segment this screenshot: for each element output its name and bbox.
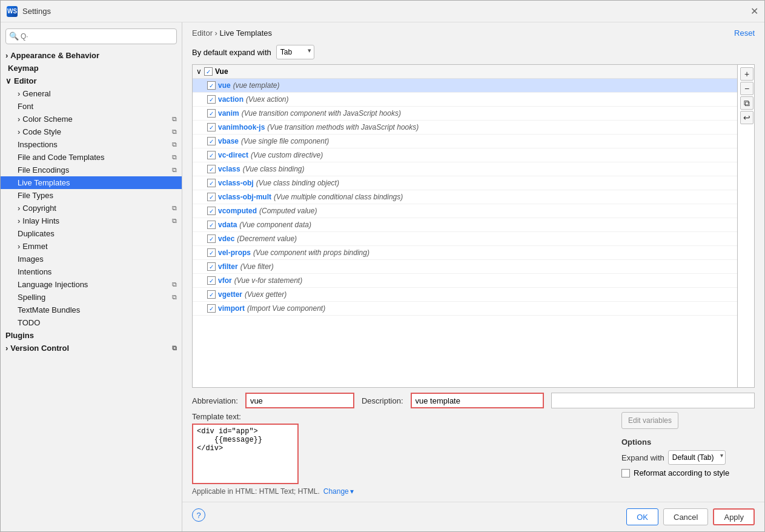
item-checkbox[interactable] — [207, 81, 216, 90]
sidebar-item-file-types[interactable]: File Types — [1, 189, 182, 202]
template-item[interactable]: vel-props (Vue component with props bind… — [193, 246, 737, 260]
apply-button[interactable]: Apply — [713, 508, 755, 525]
copy-icon: ⧉ — [172, 281, 177, 288]
search-input[interactable] — [5, 28, 177, 44]
description-extra-input[interactable] — [551, 393, 755, 408]
sidebar-item-textmate[interactable]: TextMate Bundles — [1, 304, 182, 316]
close-button[interactable]: ✕ — [750, 7, 758, 16]
sidebar-item-label: Code Style — [22, 127, 61, 136]
copy-template-button[interactable]: ⧉ — [740, 96, 753, 110]
applicable-text: Applicable in HTML: HTML Text; HTML. — [192, 487, 320, 496]
sidebar-item-spelling[interactable]: Spelling ⧉ — [1, 291, 182, 304]
template-item[interactable]: vimport (Import Vue component) — [193, 302, 737, 316]
sidebar-item-inspections[interactable]: Inspections ⧉ — [1, 138, 182, 151]
item-checkbox[interactable] — [207, 262, 216, 271]
copy-icon: ⧉ — [172, 166, 177, 174]
sidebar-item-intentions[interactable]: Intentions — [1, 265, 182, 278]
item-checkbox[interactable] — [207, 109, 216, 118]
expand-label: By default expand with — [192, 48, 271, 57]
template-item[interactable]: vgetter (Vuex getter) — [193, 288, 737, 302]
item-checkbox[interactable] — [207, 290, 216, 299]
template-item[interactable]: vaction (Vuex action) — [193, 93, 737, 107]
sidebar-item-todo[interactable]: TODO — [1, 316, 182, 329]
sidebar-item-keymap[interactable]: Keymap — [1, 62, 182, 75]
item-checkbox[interactable] — [207, 207, 216, 215]
item-checkbox[interactable] — [207, 304, 216, 313]
abbreviation-input[interactable] — [245, 393, 354, 408]
dialog-title: Settings — [22, 7, 51, 16]
template-item[interactable]: vfor (Vue v-for statement) — [193, 274, 737, 288]
breadcrumb-current: Live Templates — [220, 28, 272, 38]
options-title: Options — [621, 437, 755, 447]
template-item[interactable]: vdata (Vue component data) — [193, 218, 737, 232]
reformat-label: Reformat according to style — [634, 468, 729, 477]
sidebar-item-label: TODO — [18, 318, 40, 327]
template-item[interactable]: vdec (Decrement value) — [193, 232, 737, 246]
template-item[interactable]: vclass (Vue class binding) — [193, 162, 737, 176]
item-checkbox[interactable] — [207, 276, 216, 285]
template-item[interactable]: vanimhook-js (Vue transition methods wit… — [193, 121, 737, 135]
group-name: Vue — [215, 67, 228, 76]
group-checkbox[interactable] — [204, 67, 213, 76]
cancel-button[interactable]: Cancel — [663, 508, 708, 525]
sidebar-item-appearance[interactable]: › Appearance & Behavior — [1, 49, 182, 62]
sidebar-item-live-templates[interactable]: Live Templates — [1, 176, 182, 189]
sidebar-item-font[interactable]: Font — [1, 100, 182, 113]
template-item[interactable]: vclass-obj-mult (Vue multiple conditiona… — [193, 190, 737, 204]
sidebar-item-general[interactable]: › General — [1, 87, 182, 100]
item-checkbox[interactable] — [207, 123, 216, 131]
sidebar-item-label: File and Code Templates — [18, 153, 105, 162]
item-checkbox[interactable] — [207, 221, 216, 229]
sidebar-item-color-scheme[interactable]: › Color Scheme ⧉ — [1, 113, 182, 125]
template-group-header[interactable]: ∨ Vue — [193, 65, 737, 79]
item-checkbox[interactable] — [207, 248, 216, 257]
template-item[interactable]: vue (vue template) — [193, 79, 737, 93]
sidebar: 🔍 › Appearance & Behavior Keymap ∨ Edito… — [1, 22, 182, 531]
expand-with-row: Expand with Default (Tab) Tab Enter Spac… — [621, 450, 755, 465]
expand-with-select[interactable]: Default (Tab) Tab Enter Space — [668, 450, 726, 465]
item-checkbox[interactable] — [207, 179, 216, 187]
reset-button[interactable]: Reset — [734, 28, 755, 38]
reformat-checkbox[interactable] — [621, 469, 630, 477]
item-checkbox[interactable] — [207, 165, 216, 173]
help-button[interactable]: ? — [192, 508, 205, 522]
template-item[interactable]: vbase (Vue single file component) — [193, 135, 737, 148]
app-icon: WS — [7, 6, 18, 17]
sidebar-item-label: Live Templates — [18, 178, 70, 187]
sidebar-item-inlay-hints[interactable]: › Inlay Hints ⧉ — [1, 214, 182, 227]
sidebar-item-version-control[interactable]: › Version Control ⧉ — [1, 342, 182, 354]
copy-icon: ⧉ — [172, 115, 177, 123]
remove-template-button[interactable]: − — [740, 82, 753, 95]
template-item[interactable]: vclass-obj (Vue class binding object) — [193, 176, 737, 190]
template-textarea[interactable]: <div id="app"> {{message}} </div> — [192, 424, 299, 484]
sidebar-item-file-code-templates[interactable]: File and Code Templates ⧉ — [1, 151, 182, 164]
edit-variables-button[interactable]: Edit variables — [621, 412, 678, 429]
template-item[interactable]: vc-direct (Vue custom directive) — [193, 148, 737, 162]
template-item[interactable]: vfilter (Vue filter) — [193, 260, 737, 274]
sidebar-item-plugins[interactable]: Plugins — [1, 329, 182, 342]
sidebar-item-images[interactable]: Images — [1, 253, 182, 265]
change-link[interactable]: Change ▾ — [323, 487, 354, 496]
item-checkbox[interactable] — [207, 193, 216, 201]
settings-dialog: WS Settings ✕ 🔍 › Appearance & Behavior … — [0, 0, 765, 532]
description-label: Description: — [362, 396, 403, 405]
template-item[interactable]: vanim (Vue transition component with Jav… — [193, 107, 737, 121]
item-checkbox[interactable] — [207, 151, 216, 159]
template-item[interactable]: vcomputed (Computed value) — [193, 204, 737, 218]
item-checkbox[interactable] — [207, 137, 216, 145]
item-checkbox[interactable] — [207, 234, 216, 243]
sidebar-item-copyright[interactable]: › Copyright ⧉ — [1, 202, 182, 214]
sidebar-item-emmet[interactable]: › Emmet — [1, 240, 182, 253]
expand-select[interactable]: Tab Enter Space — [276, 45, 314, 59]
ok-button[interactable]: OK — [626, 508, 658, 525]
sidebar-item-language-injections[interactable]: Language Injections ⧉ — [1, 278, 182, 291]
item-checkbox[interactable] — [207, 95, 216, 104]
undo-template-button[interactable]: ↩ — [740, 111, 753, 124]
sidebar-item-duplicates[interactable]: Duplicates — [1, 227, 182, 240]
sidebar-item-code-style[interactable]: › Code Style ⧉ — [1, 125, 182, 138]
add-template-button[interactable]: + — [740, 67, 753, 81]
sidebar-item-label: File Types — [18, 191, 53, 200]
description-input[interactable] — [411, 393, 544, 408]
sidebar-item-editor[interactable]: ∨ Editor — [1, 75, 182, 87]
sidebar-item-file-encodings[interactable]: File Encodings ⧉ — [1, 164, 182, 176]
